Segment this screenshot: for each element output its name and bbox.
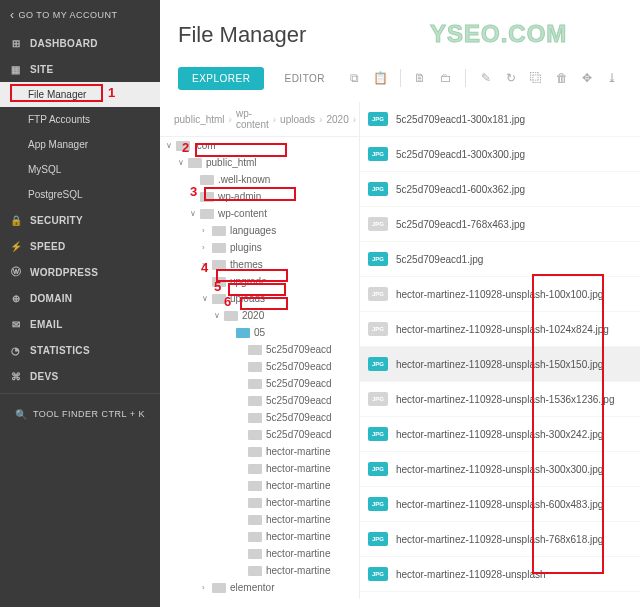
nav-statistics[interactable]: ◔STATISTICS — [0, 337, 160, 363]
tree-row[interactable]: .well-known — [160, 171, 359, 188]
tree-row[interactable]: ∨public_html — [160, 154, 359, 171]
jpg-icon: JPG — [368, 217, 388, 231]
folder-icon — [248, 362, 262, 372]
content-area: public_html›wp-content›uploads›2020›05 ∨… — [160, 102, 640, 599]
tree-row[interactable]: hector-martine — [160, 477, 359, 494]
nav-sub-file-manager[interactable]: File Manager — [0, 82, 160, 107]
file-list: JPG5c25d709eacd1-300x181.jpgJPG5c25d709e… — [360, 102, 640, 599]
tree-row[interactable]: 05 — [160, 324, 359, 341]
nav-speed[interactable]: ⚡SPEED — [0, 233, 160, 259]
move-icon[interactable]: ✥ — [577, 66, 596, 90]
tree-row[interactable]: wp-admin — [160, 188, 359, 205]
goto-account-link[interactable]: GO TO MY ACCOUNT — [0, 0, 160, 30]
folder-icon — [248, 481, 262, 491]
file-row[interactable]: JPGhector-martinez-110928-unsplash-1536x… — [360, 382, 640, 417]
tree-row[interactable]: 5c25d709eacd — [160, 375, 359, 392]
download-icon[interactable]: ⤓ — [603, 66, 622, 90]
tree-row[interactable]: ›plugins — [160, 239, 359, 256]
crumb-segment[interactable]: wp-content — [236, 108, 269, 130]
crumb-segment[interactable]: public_html — [174, 114, 225, 125]
nav-security[interactable]: 🔒SECURITY — [0, 207, 160, 233]
folder-icon — [212, 583, 226, 593]
nav-dashboard[interactable]: ⊞DASHBOARD — [0, 30, 160, 56]
file-row[interactable]: JPGhector-martinez-110928-unsplash-300x3… — [360, 452, 640, 487]
file-row[interactable]: JPGhector-martinez-110928-unsplash-150x1… — [360, 347, 640, 382]
paste-icon[interactable]: 📋 — [370, 66, 389, 90]
folder-icon — [248, 430, 262, 440]
file-row[interactable]: JPG5c25d709eacd1-300x300.jpg — [360, 137, 640, 172]
tree-row[interactable]: upgrade — [160, 273, 359, 290]
nav-email[interactable]: ✉EMAIL — [0, 311, 160, 337]
tree-row[interactable]: 5c25d709eacd — [160, 341, 359, 358]
nav-sub-ftp-accounts[interactable]: FTP Accounts — [0, 107, 160, 132]
tree-label: hector-martine — [266, 514, 330, 525]
tree-label: 5c25d709eacd — [266, 378, 332, 389]
tree-row[interactable]: ∨uploads — [160, 290, 359, 307]
file-row[interactable]: JPG5c25d709eacd1.jpg — [360, 242, 640, 277]
nav-icon: ◔ — [10, 344, 22, 356]
file-row[interactable]: JPGhector-martinez-110928-unsplash — [360, 557, 640, 592]
chevron-icon: ∨ — [178, 158, 188, 167]
file-name: hector-martinez-110928-unsplash-600x483.… — [396, 499, 603, 510]
duplicate-icon[interactable]: ⿻ — [527, 66, 546, 90]
tool-finder[interactable]: 🔍 TOOL FINDER CTRL + K — [0, 398, 160, 430]
tree-row[interactable]: hector-martine — [160, 528, 359, 545]
file-name: hector-martinez-110928-unsplash-300x300.… — [396, 464, 603, 475]
tree-label: hector-martine — [266, 446, 330, 457]
folder-icon — [236, 328, 250, 338]
file-name: 5c25d709eacd1-300x300.jpg — [396, 149, 525, 160]
main-panel: YSEO.COM File Manager EXPLORER EDITOR ⧉ … — [160, 0, 640, 607]
tree-row[interactable]: 5c25d709eacd — [160, 409, 359, 426]
jpg-icon: JPG — [368, 427, 388, 441]
tree-row[interactable]: hector-martine — [160, 545, 359, 562]
tab-explorer[interactable]: EXPLORER — [178, 67, 264, 90]
file-row[interactable]: JPGhector-martinez-110928-unsplash-1024x… — [360, 312, 640, 347]
tree-label: languages — [230, 225, 276, 236]
tree-row[interactable]: 5c25d709eacd — [160, 392, 359, 409]
new-file-icon[interactable]: 🗎 — [411, 66, 430, 90]
file-row[interactable]: JPG5c25d709eacd1-600x362.jpg — [360, 172, 640, 207]
nav-domain[interactable]: ⊕DOMAIN — [0, 285, 160, 311]
tree-row[interactable]: ›themes — [160, 256, 359, 273]
nav-sub-app-manager[interactable]: App Manager — [0, 132, 160, 157]
tree-row[interactable]: 5c25d709eacd — [160, 358, 359, 375]
tree-row[interactable]: hector-martine — [160, 494, 359, 511]
tree-row[interactable]: ∨wp-content — [160, 205, 359, 222]
new-folder-icon[interactable]: 🗀 — [436, 66, 455, 90]
folder-icon — [224, 311, 238, 321]
tree-row[interactable]: 5c25d709eacd — [160, 426, 359, 443]
tab-editor[interactable]: EDITOR — [270, 67, 339, 90]
file-row[interactable]: JPGhector-martinez-110928-unsplash-100x1… — [360, 277, 640, 312]
file-name: 5c25d709eacd1.jpg — [396, 254, 483, 265]
file-row[interactable]: JPGhector-martinez-110928-unsplash-768x6… — [360, 522, 640, 557]
file-row[interactable]: JPG5c25d709eacd1-768x463.jpg — [360, 207, 640, 242]
jpg-icon: JPG — [368, 147, 388, 161]
file-row[interactable]: JPGhector-martinez-110928-unsplash-600x4… — [360, 487, 640, 522]
tree-row[interactable]: ∨2020 — [160, 307, 359, 324]
nav-sub-mysql[interactable]: MySQL — [0, 157, 160, 182]
file-row[interactable]: JPG5c25d709eacd1-300x181.jpg — [360, 102, 640, 137]
refresh-icon[interactable]: ↻ — [501, 66, 520, 90]
sidebar: GO TO MY ACCOUNT ⊞DASHBOARD▦SITEFile Man… — [0, 0, 160, 607]
edit-icon[interactable]: ✎ — [476, 66, 495, 90]
tree-label: wp-content — [218, 208, 267, 219]
file-row[interactable]: JPGhector-martinez-110928-unsplash-300x2… — [360, 417, 640, 452]
tree-row[interactable]: hector-martine — [160, 443, 359, 460]
tree-row[interactable]: ›siteground-optimizer — [160, 596, 359, 599]
nav-wordpress[interactable]: ⓦWORDPRESS — [0, 259, 160, 285]
copy-icon[interactable]: ⧉ — [345, 66, 364, 90]
tree-row[interactable]: ›languages — [160, 222, 359, 239]
tree-row[interactable]: ›elementor — [160, 579, 359, 596]
tree-row[interactable]: hector-martine — [160, 511, 359, 528]
crumb-segment[interactable]: uploads — [280, 114, 315, 125]
tree-row[interactable]: hector-martine — [160, 562, 359, 579]
breadcrumb[interactable]: public_html›wp-content›uploads›2020›05 — [160, 102, 359, 137]
tree-label: hector-martine — [266, 565, 330, 576]
nav-site[interactable]: ▦SITE — [0, 56, 160, 82]
tree-row[interactable]: ∨.com — [160, 137, 359, 154]
tree-row[interactable]: hector-martine — [160, 460, 359, 477]
delete-icon[interactable]: 🗑 — [552, 66, 571, 90]
nav-devs[interactable]: ⌘DEVS — [0, 363, 160, 389]
crumb-segment[interactable]: 2020 — [326, 114, 348, 125]
nav-sub-postgresql[interactable]: PostgreSQL — [0, 182, 160, 207]
